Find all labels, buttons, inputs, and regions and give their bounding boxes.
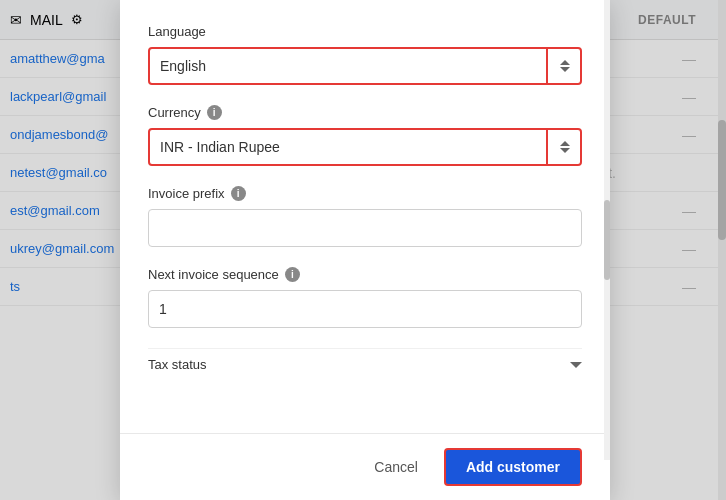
tax-status-row[interactable]: Tax status xyxy=(148,348,582,376)
language-label: Language xyxy=(148,24,582,39)
tax-status-chevron-icon xyxy=(570,362,582,368)
next-invoice-sequence-field-group: Next invoice sequence i xyxy=(148,267,582,328)
language-select-wrapper: English French Spanish German xyxy=(148,47,582,85)
modal-body: Language English French Spanish German C… xyxy=(120,0,610,433)
currency-info-icon: i xyxy=(207,105,222,120)
invoice-prefix-field-group: Invoice prefix i xyxy=(148,186,582,247)
currency-label: Currency i xyxy=(148,105,582,120)
tax-status-label: Tax status xyxy=(148,357,207,372)
invoice-prefix-input[interactable] xyxy=(148,209,582,247)
next-invoice-sequence-input[interactable] xyxy=(148,290,582,328)
currency-select-wrapper: INR - Indian Rupee USD - US Dollar EUR -… xyxy=(148,128,582,166)
modal-scrollbar-thumb[interactable] xyxy=(604,200,610,280)
currency-field-group: Currency i INR - Indian Rupee USD - US D… xyxy=(148,105,582,166)
language-field-group: Language English French Spanish German xyxy=(148,24,582,85)
next-invoice-sequence-info-icon: i xyxy=(285,267,300,282)
add-customer-button[interactable]: Add customer xyxy=(444,448,582,486)
next-invoice-sequence-label: Next invoice sequence i xyxy=(148,267,582,282)
invoice-prefix-info-icon: i xyxy=(231,186,246,201)
currency-select[interactable]: INR - Indian Rupee USD - US Dollar EUR -… xyxy=(148,128,582,166)
modal-footer: Cancel Add customer xyxy=(120,433,610,500)
language-select[interactable]: English French Spanish German xyxy=(148,47,582,85)
add-customer-modal: Language English French Spanish German C… xyxy=(120,0,610,500)
invoice-prefix-label: Invoice prefix i xyxy=(148,186,582,201)
modal-scrollbar-track xyxy=(604,0,610,460)
cancel-button[interactable]: Cancel xyxy=(360,451,432,483)
